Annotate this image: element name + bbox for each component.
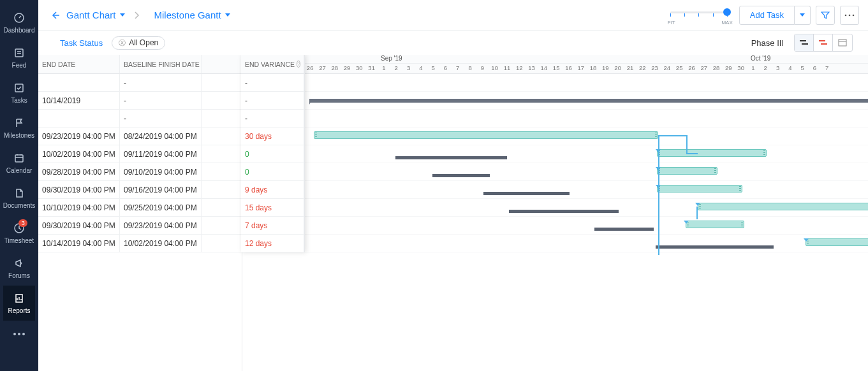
summary-bar[interactable] bbox=[309, 99, 868, 103]
chip-remove-icon[interactable]: ⓧ bbox=[119, 38, 126, 48]
table-row[interactable]: 09/28/2019 04:00 PM09/10/2019 04:00 PM bbox=[38, 163, 242, 181]
svg-point-18 bbox=[849, 14, 851, 16]
table-row[interactable]: - bbox=[241, 74, 304, 92]
table-row[interactable]: 7 days bbox=[241, 217, 304, 235]
add-task-dropdown[interactable] bbox=[795, 6, 811, 25]
table-row[interactable]: 10/14/2019- bbox=[38, 92, 242, 110]
baseline-bar[interactable] bbox=[509, 210, 619, 213]
add-task-button[interactable]: Add Task bbox=[739, 6, 795, 25]
sidebar-item-forums[interactable]: Forums bbox=[3, 251, 36, 286]
topbar: Gantt Chart Milestone Gantt FIT MAX bbox=[38, 0, 868, 31]
cell-variance: 7 days bbox=[241, 217, 304, 234]
sidebar-item-tasks[interactable]: Tasks bbox=[3, 75, 36, 110]
table-row[interactable]: 10/14/2019 04:00 PM10/02/2019 04:00 PM bbox=[38, 235, 242, 252]
gantt-row[interactable] bbox=[242, 145, 868, 163]
day-label: 26 bbox=[686, 64, 698, 71]
zoom-slider[interactable]: FIT MAX bbox=[670, 6, 728, 24]
th-baseline[interactable]: BASELINE FINISH DATE bbox=[120, 55, 202, 73]
zoom-max-label: MAX bbox=[721, 20, 732, 25]
megaphone-icon bbox=[13, 257, 26, 270]
table-row[interactable]: 10/02/2019 04:00 PM09/11/2019 04:00 PM bbox=[38, 145, 242, 163]
sidebar-item-timesheet[interactable]: Timesheet3 bbox=[3, 215, 36, 251]
dependency-line bbox=[686, 135, 688, 153]
day-label: 17 bbox=[575, 64, 587, 71]
gantt-pane[interactable]: Sep '19Oct '19 2122232425262728293031123… bbox=[242, 55, 868, 371]
view-gantt-red[interactable] bbox=[814, 34, 833, 51]
table-row[interactable]: 12 days bbox=[241, 235, 304, 252]
nav-back-icon[interactable] bbox=[47, 8, 63, 23]
th-end-date[interactable]: END DATE bbox=[38, 55, 120, 73]
baseline-bar[interactable] bbox=[594, 228, 654, 231]
gantt-row[interactable] bbox=[242, 199, 868, 217]
svg-rect-1 bbox=[15, 49, 23, 57]
task-bar[interactable] bbox=[657, 185, 742, 193]
th-variance[interactable]: END VARIANCE ? bbox=[241, 55, 304, 73]
sidebar-more[interactable] bbox=[0, 324, 38, 344]
resize-handle-right[interactable] bbox=[714, 168, 716, 173]
task-bar[interactable] bbox=[314, 131, 658, 139]
baseline-bar[interactable] bbox=[656, 245, 774, 249]
gantt-row[interactable] bbox=[242, 181, 868, 199]
sidebar-item-dashboard[interactable]: Dashboard bbox=[3, 5, 36, 40]
breadcrumb-milestone[interactable]: Milestone Gantt bbox=[151, 10, 234, 20]
dependency-arrow-icon bbox=[695, 203, 700, 206]
filter-button[interactable] bbox=[816, 6, 835, 25]
task-bar[interactable] bbox=[686, 221, 744, 228]
resize-handle-left[interactable] bbox=[315, 133, 317, 138]
gantt-row[interactable] bbox=[242, 110, 868, 127]
more-button[interactable] bbox=[840, 6, 859, 25]
table-row[interactable]: 0 bbox=[241, 163, 304, 181]
zoom-thumb[interactable] bbox=[723, 8, 731, 16]
table-row[interactable]: 30 days bbox=[241, 127, 304, 145]
table-row[interactable]: - bbox=[241, 92, 304, 110]
table-row[interactable]: - bbox=[241, 110, 304, 127]
table-row[interactable]: 15 days bbox=[241, 199, 304, 217]
sidebar-item-calendar[interactable]: Calendar bbox=[3, 145, 36, 180]
table-row[interactable]: 9 days bbox=[241, 181, 304, 199]
table-row[interactable]: 09/30/2019 04:00 PM09/23/2019 04:00 PM bbox=[38, 217, 242, 235]
resize-handle-right[interactable] bbox=[763, 150, 765, 156]
view-calendar[interactable] bbox=[833, 34, 852, 51]
filter-chip[interactable]: ⓧ All Open bbox=[112, 36, 165, 50]
gantt-header: Sep '19Oct '19 2122232425262728293031123… bbox=[242, 55, 868, 74]
day-label: 20 bbox=[612, 64, 624, 71]
sidebar-item-feed[interactable]: Feed bbox=[3, 40, 36, 75]
day-label: 29 bbox=[723, 64, 735, 71]
gantt-row[interactable] bbox=[242, 217, 868, 235]
breadcrumb-gantt[interactable]: Gantt Chart bbox=[63, 10, 129, 20]
cell-end-date: 09/23/2019 04:00 PM bbox=[38, 127, 120, 145]
table-row[interactable]: 09/23/2019 04:00 PM08/24/2019 04:00 PM bbox=[38, 127, 242, 145]
svg-point-17 bbox=[845, 14, 847, 16]
task-status-link[interactable]: Task Status bbox=[60, 38, 103, 48]
table-row[interactable]: 10/10/2019 04:00 PM09/25/2019 04:00 PM bbox=[38, 199, 242, 217]
baseline-bar[interactable] bbox=[395, 156, 507, 159]
sidebar-item-documents[interactable]: Documents bbox=[3, 180, 36, 215]
subbar: Task Status ⓧ All Open Phase III bbox=[38, 31, 868, 55]
task-bar[interactable] bbox=[805, 238, 868, 246]
resize-handle-right[interactable] bbox=[655, 133, 657, 138]
task-bar[interactable] bbox=[698, 203, 868, 210]
day-label: 25 bbox=[673, 64, 686, 71]
task-bar[interactable] bbox=[657, 167, 717, 175]
table-row[interactable]: 09/30/2019 04:00 PM09/16/2019 04:00 PM bbox=[38, 181, 242, 199]
table-row[interactable]: 0 bbox=[241, 145, 304, 163]
baseline-bar[interactable] bbox=[432, 174, 490, 177]
calendar-icon bbox=[13, 152, 26, 164]
table-row[interactable]: - bbox=[38, 74, 242, 92]
sidebar-item-reports[interactable]: Reports bbox=[3, 286, 36, 321]
day-label: 3 bbox=[402, 64, 415, 71]
sidebar-item-milestones[interactable]: Milestones bbox=[3, 110, 36, 145]
gantt-row[interactable] bbox=[242, 235, 868, 252]
gantt-row[interactable] bbox=[242, 92, 868, 110]
gantt-row[interactable] bbox=[242, 127, 868, 145]
nav-forward-icon[interactable] bbox=[129, 8, 144, 23]
view-gantt-dark[interactable] bbox=[795, 34, 814, 51]
gantt-row[interactable] bbox=[242, 74, 868, 92]
task-bar[interactable] bbox=[657, 149, 767, 157]
baseline-bar[interactable] bbox=[483, 192, 570, 195]
table-row[interactable]: - bbox=[38, 110, 242, 127]
gantt-row[interactable] bbox=[242, 163, 868, 181]
resize-handle-right[interactable] bbox=[741, 222, 743, 227]
resize-handle-right[interactable] bbox=[739, 186, 741, 191]
info-icon[interactable]: ? bbox=[297, 61, 300, 68]
